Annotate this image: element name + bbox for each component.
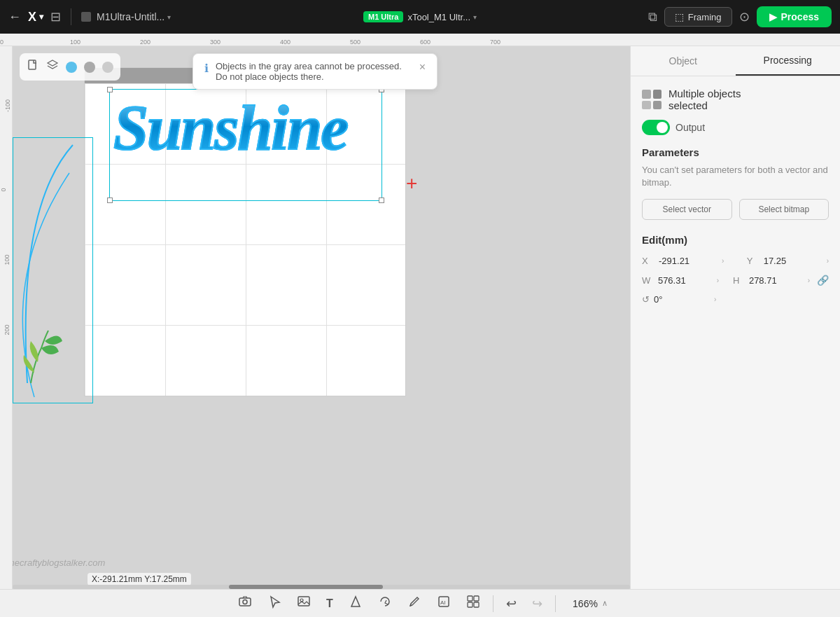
notification-text: Objects in the gray area cannot be proce…: [216, 61, 402, 82]
multi-select-title: Multiple objectsselected: [668, 88, 741, 111]
select-bitmap-button[interactable]: Select bitmap: [739, 199, 830, 220]
toggle-knob: [657, 122, 668, 133]
right-panel-content: Multiple objectsselected Output Paramete…: [631, 76, 840, 589]
topbar-right: ⧉ ⬚ Framing ⊙ ▶ Process: [482, 6, 832, 27]
angle-symbol: ↺: [642, 294, 650, 305]
left-art-panel[interactable]: [13, 137, 93, 403]
x-label: X: [642, 256, 652, 266]
output-label: Output: [676, 122, 705, 133]
ai-tool-button[interactable]: AI: [431, 592, 456, 615]
file-name-text: M1Ultra-Untitl...: [97, 11, 164, 22]
ruler-h-inner: 0 100 200 300 400 500 600 700: [0, 34, 840, 46]
transform-tool-button[interactable]: [372, 592, 398, 615]
back-button[interactable]: ←: [8, 10, 21, 25]
y-value[interactable]: 17.25: [764, 256, 820, 266]
color-3-button[interactable]: [101, 60, 115, 74]
svg-text:AI: AI: [440, 599, 446, 606]
settings-button[interactable]: ⊙: [739, 9, 750, 25]
file-name[interactable]: M1Ultra-Untitl... ▾: [81, 11, 171, 22]
watermark: thecraftyblogstalker.com: [7, 557, 105, 568]
undo-button[interactable]: ↩: [500, 593, 522, 614]
drawing-board[interactable]: Sunshine: [84, 67, 406, 396]
new-file-button[interactable]: [25, 57, 41, 76]
image-tool-button[interactable]: [291, 592, 316, 615]
scrollbar-thumb[interactable]: [229, 585, 384, 589]
coordinates-display: X:-291.21mm Y:17.25mm: [88, 573, 191, 585]
sunshine-element[interactable]: Sunshine: [109, 89, 382, 201]
device-caret-icon[interactable]: ▾: [473, 13, 477, 21]
notification-close-button[interactable]: ×: [419, 61, 426, 74]
toolbar-row-1: [20, 53, 120, 81]
framing-icon: ⬚: [675, 11, 684, 22]
main-layout: -100 0 100 200: [0, 46, 840, 589]
msi-cell: [653, 90, 662, 99]
topbar-left: ← X ▾ ⊟ M1Ultra-Untitl... ▾: [8, 8, 358, 25]
ruler-vertical: -100 0 100 200: [0, 46, 13, 589]
w-arrow[interactable]: ›: [717, 277, 719, 284]
select-vector-button[interactable]: Select vector: [642, 199, 732, 220]
shape-tool-button[interactable]: [343, 592, 368, 615]
layers-button[interactable]: [45, 57, 60, 76]
ruler-tick: 200: [140, 39, 150, 46]
scrollbar-horizontal[interactable]: [13, 585, 630, 589]
h-value[interactable]: 278.71: [749, 275, 801, 286]
logo-caret-icon[interactable]: ▾: [39, 12, 43, 22]
device-name[interactable]: xTool_M1 Ultr... ▾: [403, 12, 477, 22]
grid-tool-button[interactable]: [461, 592, 486, 615]
output-toggle[interactable]: [642, 120, 670, 135]
arc-svg: [13, 138, 93, 403]
framing-button[interactable]: ⬚ Framing: [664, 7, 732, 27]
file-caret-icon[interactable]: ▾: [167, 13, 171, 21]
pen-tool-button[interactable]: [402, 592, 427, 615]
y-arrow[interactable]: ›: [827, 257, 829, 265]
right-panel: Object Processing Multiple objectsselect…: [630, 46, 840, 589]
copy-button[interactable]: ⧉: [648, 10, 657, 25]
redo-button[interactable]: ↪: [526, 593, 548, 614]
h-arrow[interactable]: ›: [808, 277, 810, 284]
tab-object[interactable]: Object: [631, 46, 736, 76]
selection-handle-bl[interactable]: [107, 197, 113, 203]
color-1-button[interactable]: [64, 60, 78, 74]
app-name: X: [28, 10, 36, 25]
action-buttons: Select vector Select bitmap: [642, 199, 829, 220]
tab-processing[interactable]: Processing: [736, 46, 841, 76]
right-panel-tabs: Object Processing: [631, 46, 840, 76]
notification-line1: Objects in the gray area cannot be proce…: [216, 61, 402, 71]
parameters-desc: You can't set parameters for both a vect…: [642, 164, 829, 189]
camera-tool-button[interactable]: [232, 592, 258, 615]
x-arrow[interactable]: ›: [722, 257, 724, 265]
selection-handle-tl[interactable]: [107, 87, 113, 92]
ruler-tick: 600: [420, 39, 430, 46]
x-value[interactable]: -291.21: [659, 256, 715, 266]
scrollbar-track: [13, 585, 630, 589]
svg-rect-3: [298, 597, 309, 606]
angle-value[interactable]: 0°: [654, 294, 710, 305]
multi-select-header: Multiple objectsselected: [642, 88, 829, 111]
canvas-area[interactable]: -100 0 100 200: [0, 46, 630, 589]
w-value[interactable]: 576.31: [658, 275, 710, 286]
process-button[interactable]: ▶ Process: [757, 6, 832, 27]
notification-line2: Do not place objects there.: [216, 71, 402, 82]
selection-handle-br[interactable]: [379, 197, 384, 203]
angle-row: ↺ 0° ›: [642, 294, 829, 305]
bottom-divider-2: [555, 595, 556, 612]
window-icon[interactable]: ⊟: [50, 9, 61, 25]
msi-cell: [653, 101, 662, 110]
select-tool-button[interactable]: [262, 592, 287, 615]
bottom-divider: [493, 595, 493, 612]
ruler-v-tick: 100: [4, 254, 10, 265]
sunshine-text: Sunshine: [110, 90, 382, 163]
svg-rect-7: [468, 596, 472, 601]
edit-title: Edit(mm): [642, 234, 829, 246]
ruler-tick: 500: [350, 39, 360, 46]
color-2-button[interactable]: [83, 60, 97, 74]
zoom-caret[interactable]: ∧: [602, 599, 608, 608]
text-tool-button[interactable]: T: [321, 595, 339, 613]
svg-rect-1: [239, 598, 251, 606]
y-label: Y: [747, 256, 757, 266]
xy-row: X -291.21 › Y 17.25 ›: [642, 256, 829, 266]
left-toolbar: [20, 53, 120, 81]
zoom-display: 166%: [563, 598, 598, 609]
angle-arrow[interactable]: ›: [714, 296, 716, 303]
lock-icon[interactable]: 🔗: [817, 275, 829, 286]
